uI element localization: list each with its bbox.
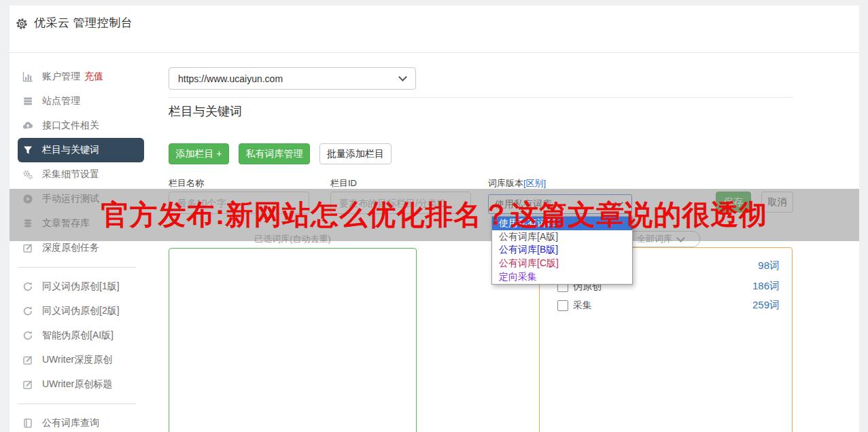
bar-chart-icon — [22, 71, 33, 82]
sidebar-item-interface-files[interactable]: 接口文件相关 — [18, 113, 144, 138]
lib-version-text: 词库版本 — [488, 178, 523, 188]
sidebar-item-label: UWriter原创标题 — [42, 378, 112, 391]
lib-version-label: 词库版本[区别] — [488, 177, 546, 190]
app-header: 优采云 管理控制台 — [10, 5, 859, 52]
sidebar-item-columns-keywords[interactable]: 栏目与关键词 — [18, 138, 144, 162]
chevron-down-icon — [398, 73, 407, 82]
sidebar-item-collect-settings[interactable]: 采集细节设置 — [18, 162, 144, 187]
sidebar-item-label: 账户管理 — [42, 71, 80, 83]
sidebar-item-synonym-v2[interactable]: 同义词伪原创[2版] — [18, 299, 144, 323]
sidebar-item-label: UWriter深度原创 — [42, 354, 112, 366]
site-selector[interactable]: https://www.ucaiyun.com — [169, 67, 416, 90]
sidebar-item-label: 智能伪原创[AI版] — [42, 329, 114, 342]
option-directed-collect[interactable]: 定向采集 — [492, 270, 632, 284]
sidebar-item-label: 公有词库查询 — [42, 417, 99, 429]
word-count: 98词 — [732, 259, 780, 272]
cloud-upload-icon — [22, 120, 33, 131]
add-column-button[interactable]: 添加栏目 + — [169, 143, 229, 164]
server-icon — [22, 96, 33, 107]
word-count: 186词 — [732, 280, 780, 293]
selected-keywords-box[interactable] — [169, 248, 417, 432]
gears-icon — [22, 169, 33, 180]
sidebar-item-public-lib-query[interactable]: 公有词库查询 — [18, 411, 144, 432]
column-name-label: 栏目名称 — [169, 177, 204, 190]
sidebar-divider — [18, 403, 136, 404]
option-public-lib-c[interactable]: 公有词库[C版] — [492, 257, 632, 270]
sidebar-item-account[interactable]: 账户管理 充值 — [18, 65, 144, 89]
sidebar-item-label: 接口文件相关 — [42, 120, 99, 132]
sidebar-item-ai-pseudo-original[interactable]: 智能伪原创[AI版] — [18, 323, 144, 348]
sidebar-item-label: 深度原创任务 — [42, 242, 99, 254]
app-title: 优采云 管理控制台 — [34, 15, 133, 31]
column-id-label: 栏目ID — [330, 177, 357, 190]
sidebar-item-sites[interactable]: 站点管理 — [18, 89, 144, 113]
section-divider — [169, 97, 793, 98]
sidebar-item-label: 同义词伪原创[1版] — [42, 281, 120, 293]
funnel-icon — [22, 145, 33, 156]
word-count: 259词 — [732, 299, 780, 312]
row-label-collect: 采集 — [573, 300, 592, 312]
batch-add-button[interactable]: 批量添加栏目 — [319, 143, 392, 164]
refresh-icon — [22, 306, 33, 317]
edit-icon — [22, 242, 33, 253]
recharge-badge[interactable]: 充值 — [84, 71, 103, 83]
promo-headline: 官方发布:新网站怎么优化排名？这篇文章说的很透彻 — [10, 189, 859, 241]
sidebar-item-label: 同义词伪原创[2版] — [42, 305, 120, 317]
checkbox-collect[interactable] — [557, 300, 568, 311]
private-lib-button[interactable]: 私有词库管理 — [239, 143, 310, 164]
header-divider — [10, 52, 859, 53]
sidebar: 账户管理 充值 站点管理 接口文件相关 栏目与关键词 采集细节设置 手动运行测试 — [10, 65, 145, 432]
sidebar-item-label: 采集细节设置 — [42, 168, 99, 181]
edit-icon — [22, 355, 33, 365]
page-title: 栏目与关键词 — [169, 103, 242, 120]
sidebar-divider — [18, 267, 136, 268]
sidebar-item-synonym-v1[interactable]: 同义词伪原创[1版] — [18, 274, 144, 299]
sidebar-item-label: 栏目与关键词 — [42, 144, 99, 156]
lib-version-diff-link[interactable]: [区别] — [523, 178, 546, 188]
sidebar-item-label: 站点管理 — [42, 95, 80, 107]
book-icon — [22, 418, 33, 429]
refresh-icon — [22, 330, 33, 341]
sidebar-item-uwriter-deep[interactable]: UWriter深度原创 — [18, 348, 144, 372]
refresh-icon — [22, 281, 33, 292]
option-public-lib-b[interactable]: 公有词库[B版] — [492, 244, 632, 257]
sidebar-item-uwriter-title[interactable]: UWriter原创标题 — [18, 372, 144, 397]
edit-icon — [22, 379, 33, 390]
site-selector-value: https://www.ucaiyun.com — [169, 73, 400, 84]
gear-icon — [15, 17, 29, 31]
